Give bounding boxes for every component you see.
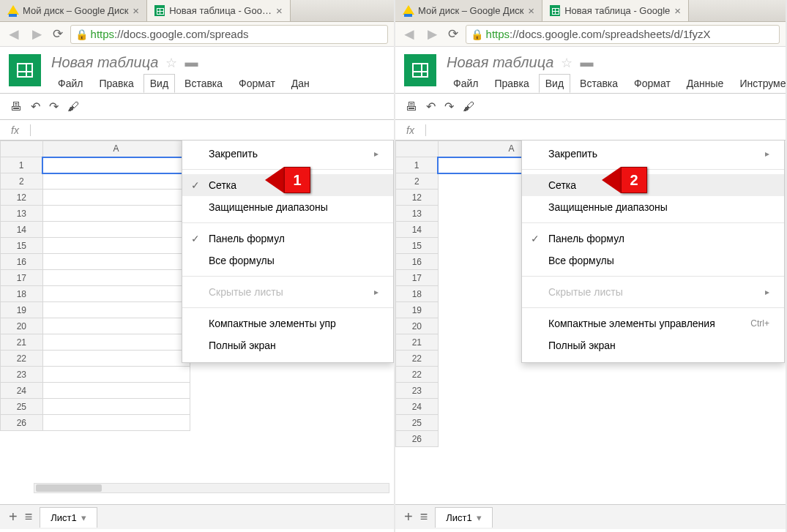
- cell[interactable]: [42, 206, 190, 222]
- row-header[interactable]: 22: [396, 351, 439, 367]
- row-header[interactable]: 16: [1, 254, 43, 270]
- menu-вид[interactable]: Вид: [143, 74, 175, 93]
- row-header[interactable]: 24: [396, 399, 439, 415]
- menu-item[interactable]: ✓Панель формул: [182, 228, 393, 250]
- row-header[interactable]: 22: [396, 367, 439, 383]
- row-header[interactable]: 13: [396, 206, 439, 222]
- sheets-logo-icon[interactable]: [404, 54, 436, 86]
- close-icon[interactable]: ×: [674, 4, 681, 17]
- cell[interactable]: [42, 383, 190, 399]
- cell[interactable]: [438, 431, 585, 447]
- menu-инструме[interactable]: Инструме: [733, 74, 787, 93]
- doc-title[interactable]: Новая таблица: [51, 54, 158, 71]
- cell[interactable]: [438, 367, 585, 383]
- star-icon[interactable]: ☆: [165, 55, 177, 71]
- row-header[interactable]: 25: [1, 399, 43, 415]
- menu-вставка[interactable]: Вставка: [573, 74, 624, 93]
- row-header[interactable]: 24: [1, 383, 43, 399]
- menu-дан[interactable]: Дан: [285, 74, 316, 93]
- row-header[interactable]: 2: [1, 173, 43, 190]
- cell[interactable]: [438, 399, 585, 415]
- row-header[interactable]: 15: [396, 238, 439, 254]
- browser-tab-sheets[interactable]: Новая таблица - Google ×: [542, 0, 689, 21]
- menu-item[interactable]: Защищенные диапазоны: [182, 196, 393, 218]
- row-header[interactable]: 1: [396, 157, 439, 173]
- browser-tab-drive[interactable]: Мой диск – Google Диск ×: [395, 0, 542, 21]
- back-icon[interactable]: ◄: [401, 26, 417, 42]
- address-bar[interactable]: 🔒 https ://docs.google.com/spreads: [70, 25, 388, 44]
- browser-tab-sheets[interactable]: Новая таблица - Goo… ×: [147, 0, 291, 21]
- cell[interactable]: [42, 415, 190, 431]
- row-header[interactable]: 21: [1, 334, 43, 351]
- menu-item[interactable]: Защищенные диапазоны: [522, 196, 784, 218]
- address-bar[interactable]: 🔒 https ://docs.google.com/spreadsheets/…: [466, 25, 780, 44]
- cell[interactable]: [42, 286, 190, 302]
- redo-icon[interactable]: ↷: [49, 100, 59, 113]
- menu-данные[interactable]: Данные: [680, 74, 731, 93]
- cell[interactable]: [42, 173, 190, 190]
- menu-файл[interactable]: Файл: [447, 74, 485, 93]
- row-header[interactable]: 19: [1, 302, 43, 318]
- folder-icon[interactable]: ▬: [580, 55, 593, 70]
- cell[interactable]: [42, 157, 190, 173]
- row-header[interactable]: 2: [396, 173, 439, 190]
- close-icon[interactable]: ×: [133, 4, 139, 17]
- row-header[interactable]: 12: [1, 190, 43, 206]
- row-header[interactable]: 1: [1, 157, 43, 173]
- menu-item[interactable]: Компактные элементы упр: [182, 312, 393, 334]
- cell[interactable]: [42, 254, 190, 270]
- row-header[interactable]: 22: [1, 351, 43, 367]
- horizontal-scrollbar[interactable]: [34, 483, 389, 493]
- cell[interactable]: [42, 367, 190, 383]
- doc-title[interactable]: Новая таблица: [447, 54, 553, 71]
- row-header[interactable]: 23: [1, 367, 43, 383]
- formula-input[interactable]: [31, 120, 394, 140]
- sheet-tab[interactable]: Лист1 ▾: [435, 507, 492, 528]
- cell[interactable]: [42, 334, 190, 351]
- all-sheets-icon[interactable]: ≡: [25, 509, 33, 525]
- menu-item[interactable]: Полный экран: [522, 334, 784, 356]
- select-all-cell[interactable]: [1, 141, 43, 157]
- row-header[interactable]: 25: [396, 415, 439, 431]
- cell[interactable]: [438, 383, 585, 399]
- back-icon[interactable]: ◄: [6, 26, 22, 42]
- sheets-logo-icon[interactable]: [9, 54, 41, 86]
- row-header[interactable]: 26: [1, 415, 43, 431]
- row-header[interactable]: 14: [396, 222, 439, 238]
- formula-input[interactable]: [426, 120, 786, 140]
- close-icon[interactable]: ×: [276, 4, 283, 17]
- column-header[interactable]: A: [42, 141, 190, 157]
- row-header[interactable]: 26: [396, 431, 439, 447]
- menu-вид[interactable]: Вид: [539, 74, 570, 93]
- print-icon[interactable]: 🖶: [10, 100, 22, 113]
- row-header[interactable]: 23: [396, 383, 439, 399]
- row-header[interactable]: 18: [1, 286, 43, 302]
- select-all-cell[interactable]: [396, 141, 439, 157]
- add-sheet-icon[interactable]: +: [9, 509, 18, 525]
- all-sheets-icon[interactable]: ≡: [420, 509, 428, 525]
- folder-icon[interactable]: ▬: [184, 55, 198, 70]
- menu-формат[interactable]: Формат: [232, 74, 282, 93]
- browser-tab-drive[interactable]: Мой диск – Google Диск ×: [0, 0, 147, 21]
- cell[interactable]: [42, 190, 190, 206]
- cell[interactable]: [42, 270, 190, 286]
- row-header[interactable]: 17: [1, 270, 43, 286]
- chevron-down-icon[interactable]: ▾: [477, 512, 482, 523]
- forward-icon[interactable]: ►: [425, 26, 441, 42]
- row-header[interactable]: 17: [396, 270, 439, 286]
- forward-icon[interactable]: ►: [29, 26, 45, 42]
- cell[interactable]: [42, 318, 190, 334]
- menu-item[interactable]: Все формулы: [522, 250, 784, 271]
- menu-правка[interactable]: Правка: [92, 74, 140, 93]
- chevron-down-icon[interactable]: ▾: [81, 512, 86, 523]
- redo-icon[interactable]: ↷: [444, 100, 454, 113]
- row-header[interactable]: 20: [1, 318, 43, 334]
- row-header[interactable]: 14: [1, 222, 43, 238]
- row-header[interactable]: 12: [396, 190, 439, 206]
- spreadsheet-grid[interactable]: A12121314151617181920212223242526: [0, 141, 190, 431]
- undo-icon[interactable]: ↶: [426, 100, 436, 113]
- paint-format-icon[interactable]: 🖌: [67, 100, 79, 113]
- cell[interactable]: [42, 302, 190, 318]
- cell[interactable]: [42, 399, 190, 415]
- row-header[interactable]: 19: [396, 302, 439, 318]
